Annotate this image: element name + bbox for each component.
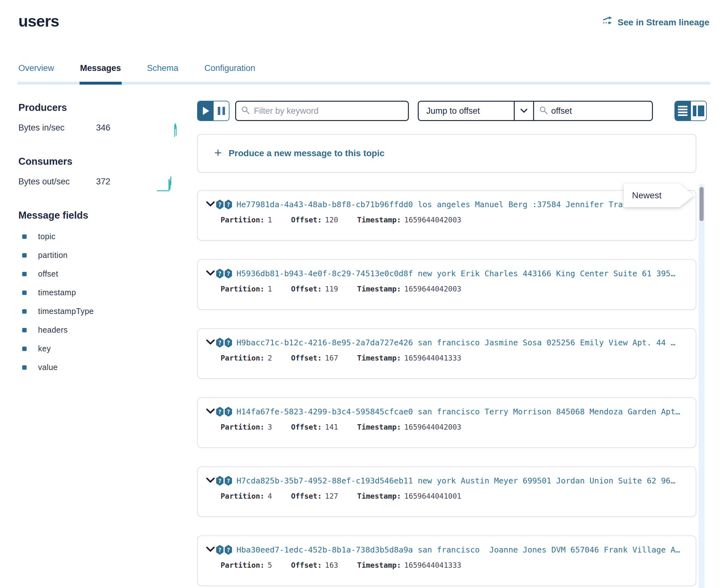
play-icon xyxy=(203,107,209,115)
message-key-row: ? ? H7cda825b-35b7-4952-88ef-c193d546eb1… xyxy=(198,476,696,486)
field-bullet-icon xyxy=(22,253,27,257)
message-list: ? ? He77981da-4a43-48ab-b8f8-cb71b96ffdd… xyxy=(197,190,707,586)
message-key-text[interactable]: He77981da-4a43-48ab-b8f8-cb71b96ffdd0 lo… xyxy=(236,200,642,209)
partition-value: 1 xyxy=(268,285,272,293)
message-field-item[interactable]: timestamp xyxy=(18,288,179,297)
message-field-item[interactable]: key xyxy=(18,344,179,353)
expand-chevron-down-icon[interactable] xyxy=(206,546,215,553)
timestamp-label: Timestamp: xyxy=(357,423,401,431)
message-field-item[interactable]: topic xyxy=(18,232,179,241)
timestamp-value: 1659644042003 xyxy=(404,285,461,293)
message-fields-heading: Message fields xyxy=(18,210,179,221)
timestamp-label: Timestamp: xyxy=(357,492,401,500)
scrollbar-track[interactable] xyxy=(699,184,705,588)
tab-schema[interactable]: Schema xyxy=(147,63,179,85)
message-key-text[interactable]: H14fa67fe-5823-4299-b3c4-595845cfcae0 sa… xyxy=(236,407,680,416)
partition-label: Partition: xyxy=(221,285,264,293)
messages-toolbar: Jump to offset xyxy=(197,101,707,121)
message-card[interactable]: ? ? He77981da-4a43-48ab-b8f8-cb71b96ffdd… xyxy=(197,190,696,241)
tab-bar: Overview Messages Schema Configuration xyxy=(18,63,255,85)
message-card[interactable]: ? ? Hba30eed7-1edc-452b-8b1a-738d3b5d8a9… xyxy=(197,536,696,586)
field-label: value xyxy=(38,363,58,372)
jump-to-offset-control: Jump to offset xyxy=(418,101,653,121)
offset-value: 167 xyxy=(325,354,338,362)
field-label: key xyxy=(38,344,51,353)
page-title: users xyxy=(18,12,59,30)
expand-chevron-down-icon[interactable] xyxy=(206,478,215,484)
message-card[interactable]: ? ? H9bacc71c-b12c-4216-8e95-2a7da727e42… xyxy=(197,328,696,379)
tab-configuration[interactable]: Configuration xyxy=(204,63,255,85)
split-view-button[interactable] xyxy=(690,101,706,120)
message-key-text[interactable]: H7cda825b-35b7-4952-88ef-c193d546eb11 ne… xyxy=(236,476,675,485)
pause-button[interactable] xyxy=(213,101,229,120)
offset-search-input[interactable] xyxy=(551,106,640,116)
stream-lineage-label: See in Stream lineage xyxy=(618,17,709,27)
unknown-char-icon: ? xyxy=(225,545,232,555)
field-bullet-icon xyxy=(22,328,27,332)
field-bullet-icon xyxy=(22,365,27,370)
partition-value: 4 xyxy=(268,492,272,500)
list-view-button[interactable] xyxy=(675,101,690,120)
message-meta-row: Partition:4 Offset:127 Timestamp:1659644… xyxy=(198,492,696,500)
timestamp-value: 1659644042003 xyxy=(404,423,461,431)
search-icon xyxy=(539,106,548,116)
jump-to-offset-value: Jump to offset xyxy=(426,106,480,116)
unknown-char-icon: ? xyxy=(225,269,232,278)
tab-messages[interactable]: Messages xyxy=(80,63,121,85)
message-meta-row: Partition:1 Offset:120 Timestamp:1659644… xyxy=(198,216,696,224)
expand-chevron-down-icon[interactable] xyxy=(206,270,215,277)
bytes-in-value: 346 xyxy=(96,123,110,133)
partition-label: Partition: xyxy=(221,561,264,569)
expand-chevron-down-icon[interactable] xyxy=(206,201,215,208)
message-key-row: ? ? H9bacc71c-b12c-4216-8e95-2a7da727e42… xyxy=(198,338,696,348)
play-pause-toggle xyxy=(197,101,229,121)
message-field-item[interactable]: partition xyxy=(18,251,179,260)
jump-select-chevron-button[interactable] xyxy=(515,102,533,120)
stream-lineage-link[interactable]: See in Stream lineage xyxy=(602,17,709,28)
consumers-heading: Consumers xyxy=(18,156,179,167)
expand-chevron-down-icon[interactable] xyxy=(206,339,215,346)
bytes-out-sparkline xyxy=(156,175,179,193)
consumers-metric-row: Bytes out/sec 372 xyxy=(18,177,179,193)
message-field-item[interactable]: offset xyxy=(18,269,179,278)
tab-overview[interactable]: Overview xyxy=(18,63,54,85)
message-key-row: ? ? Hba30eed7-1edc-452b-8b1a-738d3b5d8a9… xyxy=(198,545,696,555)
message-key-text[interactable]: Hba30eed7-1edc-452b-8b1a-738d3b5d8a9a sa… xyxy=(236,545,680,554)
offset-value: 119 xyxy=(325,285,338,293)
message-meta-row: Partition:5 Offset:163 Timestamp:1659644… xyxy=(198,561,696,569)
offset-label: Offset: xyxy=(291,492,322,500)
message-card[interactable]: ? ? H14fa67fe-5823-4299-b3c4-595845cfcae… xyxy=(197,397,696,448)
partition-value: 1 xyxy=(268,216,272,224)
jump-to-offset-select[interactable]: Jump to offset xyxy=(419,102,514,120)
message-key-text[interactable]: H9bacc71c-b12c-4216-8e95-2a7da727e426 sa… xyxy=(236,338,675,347)
stream-lineage-icon xyxy=(602,17,614,28)
expand-chevron-down-icon[interactable] xyxy=(206,408,215,415)
unknown-char-icon: ? xyxy=(216,545,224,555)
plus-icon: + xyxy=(214,146,222,159)
offset-value: 120 xyxy=(325,216,338,224)
message-field-item[interactable]: value xyxy=(18,363,179,372)
message-key-text[interactable]: H5936db81-b943-4e0f-8c29-74513e0c0d8f ne… xyxy=(236,269,675,278)
message-meta-row: Partition:2 Offset:167 Timestamp:1659644… xyxy=(198,354,696,362)
field-bullet-icon xyxy=(22,309,27,314)
message-card[interactable]: ? ? H7cda825b-35b7-4952-88ef-c193d546eb1… xyxy=(197,466,696,517)
message-key-row: ? ? He77981da-4a43-48ab-b8f8-cb71b96ffdd… xyxy=(198,200,696,209)
filter-input[interactable] xyxy=(254,106,393,116)
scrollbar-thumb[interactable] xyxy=(700,187,704,221)
message-field-item[interactable]: headers xyxy=(18,326,179,335)
message-field-item[interactable]: timestampType xyxy=(18,307,179,316)
partition-label: Partition: xyxy=(221,216,264,224)
unknown-char-icon: ? xyxy=(216,200,224,209)
play-button[interactable] xyxy=(198,101,213,120)
message-card[interactable]: ? ? H5936db81-b943-4e0f-8c29-74513e0c0d8… xyxy=(197,259,696,310)
timestamp-value: 1659644041333 xyxy=(404,354,461,362)
split-view-icon xyxy=(693,105,704,116)
message-meta-row: Partition:1 Offset:119 Timestamp:1659644… xyxy=(198,285,696,293)
message-fields-list: topic partition offset timestamp timesta… xyxy=(18,232,179,372)
field-label: headers xyxy=(38,326,68,335)
unknown-char-icon: ? xyxy=(216,338,224,348)
produce-message-button[interactable]: + Produce a new message to this topic xyxy=(197,134,696,173)
unknown-char-icon: ? xyxy=(216,407,224,417)
offset-value: 127 xyxy=(325,492,338,500)
partition-value: 2 xyxy=(268,354,272,362)
